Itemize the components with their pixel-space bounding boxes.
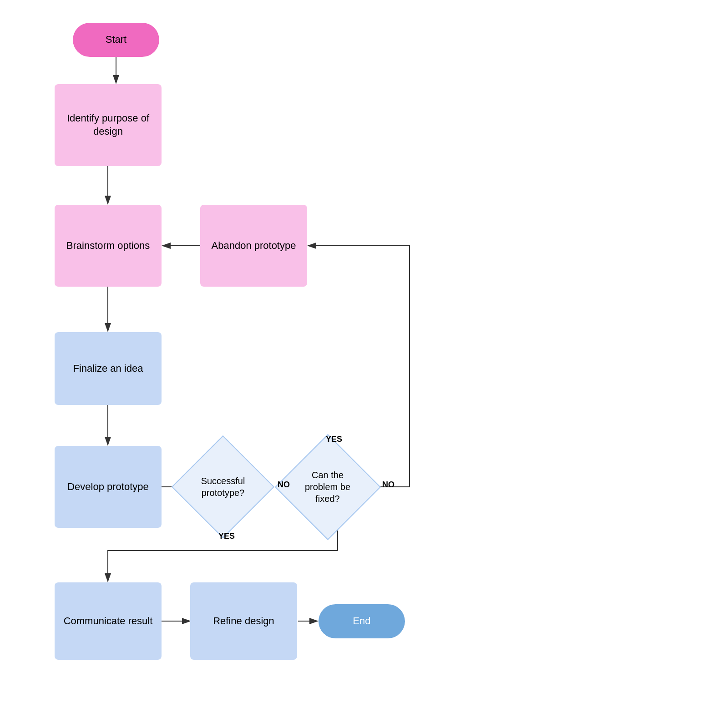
identify-node: Identify purpose of design xyxy=(55,84,162,166)
canfix-label: Can theproblem befixed? xyxy=(305,469,350,505)
yes2-label: YES xyxy=(218,531,235,541)
successful-diamond: Successfulprototype? xyxy=(168,441,278,532)
end-node: End xyxy=(318,604,405,638)
communicate-label: Communicate result xyxy=(64,615,153,628)
brainstorm-label: Brainstorm options xyxy=(66,239,150,253)
brainstorm-node: Brainstorm options xyxy=(55,205,162,287)
flowchart: Start Identify purpose of design Brainst… xyxy=(0,0,728,728)
communicate-node: Communicate result xyxy=(55,582,162,660)
develop-label: Develop prototype xyxy=(67,480,149,494)
refine-node: Refine design xyxy=(190,582,297,660)
identify-label: Identify purpose of design xyxy=(55,112,162,138)
yes1-label: YES xyxy=(326,435,342,444)
start-label: Start xyxy=(106,33,126,46)
successful-label: Successfulprototype? xyxy=(201,475,245,499)
develop-node: Develop prototype xyxy=(55,446,162,528)
finalize-label: Finalize an idea xyxy=(73,362,143,375)
abandon-node: Abandon prototype xyxy=(200,205,307,287)
no2-label: NO xyxy=(382,480,394,490)
abandon-label: Abandon prototype xyxy=(212,239,296,253)
finalize-node: Finalize an idea xyxy=(55,332,162,405)
no1-label: NO xyxy=(278,480,290,490)
end-label: End xyxy=(353,615,370,628)
refine-label: Refine design xyxy=(213,615,274,628)
start-node: Start xyxy=(73,23,159,57)
